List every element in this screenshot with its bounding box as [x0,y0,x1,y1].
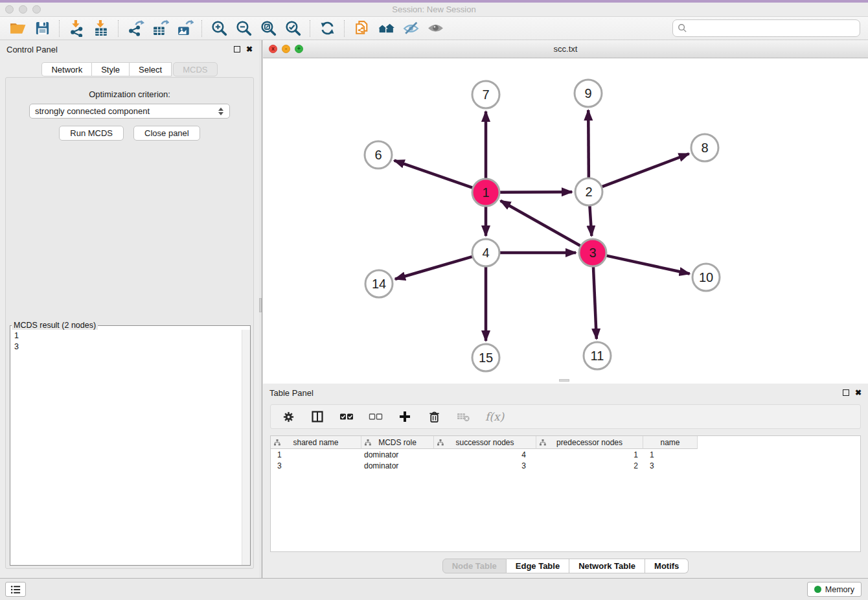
graph-node-label-8: 8 [701,141,708,155]
network-minimize-icon[interactable]: - [282,45,290,53]
window-title: Session: New Session [392,5,475,14]
cell-successor-nodes[interactable]: 3 [434,461,536,470]
column-header-predecessor-nodes[interactable]: predecessor nodes [536,436,643,449]
graph-edge-2-3[interactable] [589,206,591,236]
close-table-panel-icon[interactable]: ✖ [855,389,862,396]
open-session-button[interactable] [5,19,30,38]
cell-name[interactable]: 1 [643,450,698,459]
network-canvas[interactable]: 7968124314101511 [263,58,868,384]
zoom-out-button[interactable] [231,19,256,38]
tab-network[interactable]: Network [41,62,92,76]
deselect-all-button[interactable] [369,410,383,424]
column-header-name[interactable]: name [643,436,698,449]
tab-node-table[interactable]: Node Table [442,559,507,573]
task-history-button[interactable] [5,582,26,597]
cell-successor-nodes[interactable]: 4 [434,450,536,459]
tab-network-table[interactable]: Network Table [569,559,645,573]
tab-motifs[interactable]: Motifs [645,559,689,573]
network-close-icon[interactable]: x [269,45,277,53]
import-network-button[interactable] [64,19,89,38]
cell-predecessor-nodes[interactable]: 2 [536,461,643,470]
table-tabs: Node Table Edge Table Network Table Moti… [263,559,868,573]
criterion-dropdown[interactable]: strongly connected component [29,104,230,119]
result-scrollbar[interactable] [242,330,250,565]
tab-mcds[interactable]: MCDS [173,62,217,76]
export-table-button[interactable] [148,19,172,38]
cell-predecessor-nodes[interactable]: 1 [536,450,643,459]
memory-button[interactable]: Memory [807,582,862,597]
delete-column-button[interactable] [427,410,441,424]
toolbar-separator [310,20,310,37]
close-panel-button[interactable]: Close panel [133,126,200,141]
eye-slash-icon [402,19,420,37]
graph-edge-3-11[interactable] [593,267,597,339]
float-table-panel-icon[interactable] [843,389,849,396]
zoom-fit-button[interactable] [256,19,280,38]
hide-selected-button[interactable] [398,19,423,38]
graph-edge-2-9[interactable] [588,110,589,178]
zoom-in-button[interactable] [207,19,231,38]
export-network-button[interactable] [123,19,148,38]
table-panel: Table Panel ✖ f(x) [263,384,868,578]
column-header-mcds-role[interactable]: MCDS role [361,436,434,449]
cell-name[interactable]: 3 [643,461,698,470]
function-builder-button-disabled: f(x) [485,410,504,423]
float-panel-icon[interactable] [234,46,240,52]
home-button[interactable] [374,19,398,38]
toolbar-separator [344,20,345,37]
node-table[interactable]: shared name MCDS role successor nodes pr… [270,435,861,552]
memory-label: Memory [825,585,854,594]
close-panel-icon[interactable]: ✖ [246,46,253,52]
show-columns-button[interactable] [310,410,325,424]
graph-edge-1-6[interactable] [394,161,473,188]
graph-edge-3-10[interactable] [606,256,689,274]
eye-icon [427,19,444,37]
table-row[interactable]: 3 dominator 3 2 3 [271,460,860,471]
zoom-out-icon [235,19,253,37]
horizontal-splitter-grip[interactable] [559,379,569,382]
search-box[interactable] [672,19,860,37]
vertical-splitter[interactable] [259,40,262,578]
tab-style[interactable]: Style [92,62,130,76]
graph-edge-1-2[interactable] [500,192,572,192]
cell-mcds-role[interactable]: dominator [361,450,434,459]
network-titlebar[interactable]: x - + scc.txt [263,40,868,58]
close-window-icon[interactable] [5,5,14,14]
run-mcds-button[interactable]: Run MCDS [59,126,124,141]
add-column-button[interactable] [398,410,412,424]
delete-table-button-disabled [456,410,470,424]
cell-shared-name[interactable]: 3 [271,461,361,470]
control-panel: Control Panel ✖ Network Style Select MCD… [0,40,259,578]
select-all-button[interactable] [339,410,354,424]
graph-edge-2-8[interactable] [602,154,689,187]
graph-node-label-6: 6 [374,148,382,162]
graph-node-label-15: 15 [479,351,493,365]
export-image-button[interactable] [172,19,197,38]
plus-icon [398,410,411,423]
column-header-shared-name[interactable]: shared name [271,436,361,449]
search-input[interactable] [687,21,860,35]
graph-edge-3-1[interactable] [501,201,580,246]
mcds-result-text[interactable]: 1 3 [10,330,241,565]
memory-status-icon [814,586,821,593]
clone-network-button[interactable] [349,19,374,38]
control-panel-tabs: Network Style Select MCDS [0,62,259,76]
zoom-selected-button[interactable] [280,19,305,38]
save-session-button[interactable] [30,19,54,38]
table-settings-button[interactable] [281,410,295,424]
trash-icon [428,410,440,423]
graph-edge-4-14[interactable] [395,257,472,279]
minimize-window-icon[interactable] [19,5,27,14]
import-table-button[interactable] [89,19,113,38]
cell-mcds-role[interactable]: dominator [361,461,434,470]
refresh-view-button[interactable] [315,19,339,38]
table-row[interactable]: 1 dominator 4 1 1 [271,449,860,460]
tab-select[interactable]: Select [130,62,172,76]
network-zoom-icon[interactable]: + [295,45,303,53]
zoom-window-icon[interactable] [32,5,41,14]
show-all-button[interactable] [423,19,448,38]
cell-shared-name[interactable]: 1 [271,450,361,459]
tab-edge-table[interactable]: Edge Table [507,559,569,573]
splitter-grip[interactable] [259,298,262,312]
column-header-successor-nodes[interactable]: successor nodes [434,436,536,449]
